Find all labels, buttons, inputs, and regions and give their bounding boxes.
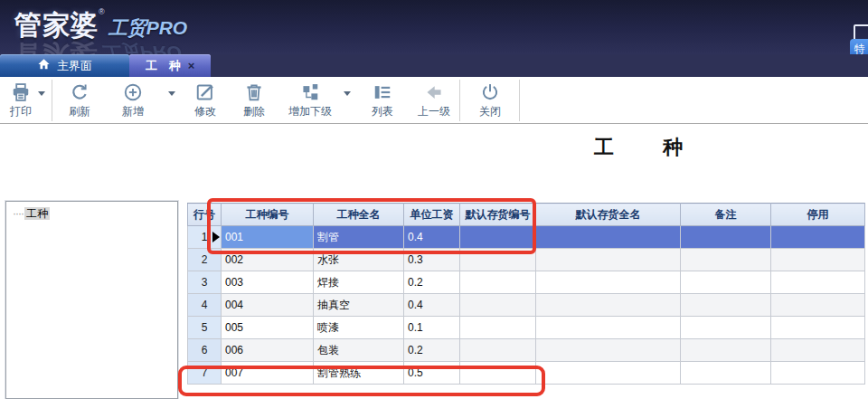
- cell-row-no[interactable]: 2: [188, 249, 222, 271]
- col-header-inv-name[interactable]: 默认存货全名: [536, 204, 681, 226]
- delete-button[interactable]: 删除: [233, 81, 275, 120]
- close-label: 关闭: [468, 105, 512, 119]
- cell-remark[interactable]: [681, 294, 771, 317]
- table-row[interactable]: 3003焊接0.2: [188, 271, 865, 294]
- tree-node-label: 工种: [24, 207, 50, 220]
- print-dropdown-caret-icon[interactable]: [38, 91, 45, 96]
- cell-disabled[interactable]: [771, 249, 865, 271]
- col-header-name[interactable]: 工种全名: [314, 204, 404, 226]
- list-button[interactable]: 列表: [362, 81, 403, 120]
- cell-disabled[interactable]: [771, 294, 865, 317]
- cell-remark[interactable]: [681, 249, 771, 271]
- cell-remark[interactable]: [681, 226, 771, 249]
- cell-inv-name[interactable]: [536, 249, 681, 271]
- cell-inv-code[interactable]: [460, 339, 536, 362]
- cell-disabled[interactable]: [771, 226, 865, 249]
- cell-wage[interactable]: 0.4: [404, 226, 460, 249]
- tree-node-worktype[interactable]: ····工种: [13, 206, 50, 222]
- cell-disabled[interactable]: [771, 362, 865, 385]
- print-button[interactable]: 打印: [4, 81, 38, 120]
- cell-inv-name[interactable]: [536, 362, 681, 385]
- cell-row-no[interactable]: 5: [188, 317, 222, 339]
- tab-close-icon[interactable]: ×: [188, 60, 195, 71]
- cell-inv-name[interactable]: [536, 294, 681, 317]
- col-header-row-no[interactable]: 行号: [188, 204, 222, 226]
- add-sublevel-button[interactable]: 增加下级: [282, 81, 338, 120]
- cell-name[interactable]: 割管: [314, 226, 404, 249]
- delete-label: 删除: [233, 105, 275, 119]
- add-icon: [112, 82, 154, 104]
- printer-icon: [4, 82, 38, 104]
- cell-code[interactable]: 005: [222, 317, 314, 339]
- cell-name[interactable]: 焊接: [314, 271, 404, 294]
- cell-name[interactable]: 抽真空: [314, 294, 404, 317]
- cell-name[interactable]: 割管熟练: [314, 362, 404, 385]
- toolbar-separator: [459, 80, 460, 121]
- cell-code[interactable]: 006: [222, 339, 314, 362]
- cell-code[interactable]: 007: [222, 362, 314, 385]
- up-level-label: 上一级: [409, 105, 459, 119]
- add-label: 新增: [112, 105, 154, 119]
- logo-brand-text: 管家婆: [14, 10, 99, 40]
- cell-remark[interactable]: [681, 317, 771, 339]
- cell-disabled[interactable]: [771, 271, 865, 294]
- cell-inv-name[interactable]: [536, 317, 681, 339]
- cell-inv-code[interactable]: [460, 271, 536, 294]
- cell-inv-name[interactable]: [536, 339, 681, 362]
- cell-inv-name[interactable]: [536, 226, 681, 249]
- home-icon: [37, 58, 51, 73]
- cell-name[interactable]: 水张: [314, 249, 404, 271]
- add-dropdown-caret-icon[interactable]: [168, 91, 175, 96]
- table-row[interactable]: 1001割管0.4: [188, 226, 865, 249]
- table-row[interactable]: 6006包装0.2: [188, 339, 865, 362]
- cell-inv-code[interactable]: [460, 226, 536, 249]
- cell-wage[interactable]: 0.4: [404, 294, 460, 317]
- cell-wage[interactable]: 0.3: [404, 249, 460, 271]
- col-header-disabled[interactable]: 停用: [771, 204, 865, 226]
- up-level-icon: [409, 82, 459, 104]
- cell-code[interactable]: 002: [222, 249, 314, 271]
- add-sublevel-dropdown-caret-icon[interactable]: [344, 91, 351, 96]
- add-button[interactable]: 新增: [112, 81, 154, 120]
- edit-button[interactable]: 修改: [184, 81, 226, 120]
- power-icon: [468, 82, 512, 104]
- cell-row-no[interactable]: 4: [188, 294, 222, 317]
- cell-inv-code[interactable]: [460, 362, 536, 385]
- cell-wage[interactable]: 0.2: [404, 339, 460, 362]
- table-row[interactable]: 2002水张0.3: [188, 249, 865, 271]
- tab-main-screen[interactable]: 主界面: [0, 54, 129, 77]
- col-header-wage[interactable]: 单位工资: [404, 204, 460, 226]
- col-header-inv-code[interactable]: 默认存货编号: [460, 204, 536, 226]
- cell-remark[interactable]: [681, 271, 771, 294]
- cell-name[interactable]: 喷漆: [314, 317, 404, 339]
- cell-inv-code[interactable]: [460, 317, 536, 339]
- cell-inv-code[interactable]: [460, 249, 536, 271]
- cell-row-no[interactable]: 6: [188, 339, 222, 362]
- close-button[interactable]: 关闭: [468, 81, 512, 120]
- cell-remark[interactable]: [681, 339, 771, 362]
- cell-row-no[interactable]: 3: [188, 271, 222, 294]
- cell-disabled[interactable]: [771, 339, 865, 362]
- cell-row-no[interactable]: 1: [188, 226, 222, 249]
- col-header-remark[interactable]: 备注: [681, 204, 771, 226]
- cell-code[interactable]: 003: [222, 271, 314, 294]
- up-level-button[interactable]: 上一级: [409, 81, 459, 120]
- cell-wage[interactable]: 0.2: [404, 271, 460, 294]
- cell-name[interactable]: 包装: [314, 339, 404, 362]
- refresh-button[interactable]: 刷新: [60, 81, 99, 120]
- cell-row-no[interactable]: 7: [188, 362, 222, 385]
- col-header-code[interactable]: 工种编号: [222, 204, 314, 226]
- table-row[interactable]: 5005喷漆0.1: [188, 317, 865, 339]
- cell-disabled[interactable]: [771, 317, 865, 339]
- table-row[interactable]: 4004抽真空0.4: [188, 294, 865, 317]
- cell-inv-code[interactable]: [460, 294, 536, 317]
- table-header-row: 行号 工种编号 工种全名 单位工资 默认存货编号 默认存货全名 备注 停用: [188, 204, 865, 226]
- cell-wage[interactable]: 0.1: [404, 317, 460, 339]
- cell-code[interactable]: 001: [222, 226, 314, 249]
- cell-remark[interactable]: [681, 362, 771, 385]
- cell-inv-name[interactable]: [536, 271, 681, 294]
- table-row[interactable]: 7007割管熟练0.5: [188, 362, 865, 385]
- cell-code[interactable]: 004: [222, 294, 314, 317]
- tab-worktype[interactable]: 工 种 ×: [129, 54, 211, 77]
- cell-wage[interactable]: 0.5: [404, 362, 460, 385]
